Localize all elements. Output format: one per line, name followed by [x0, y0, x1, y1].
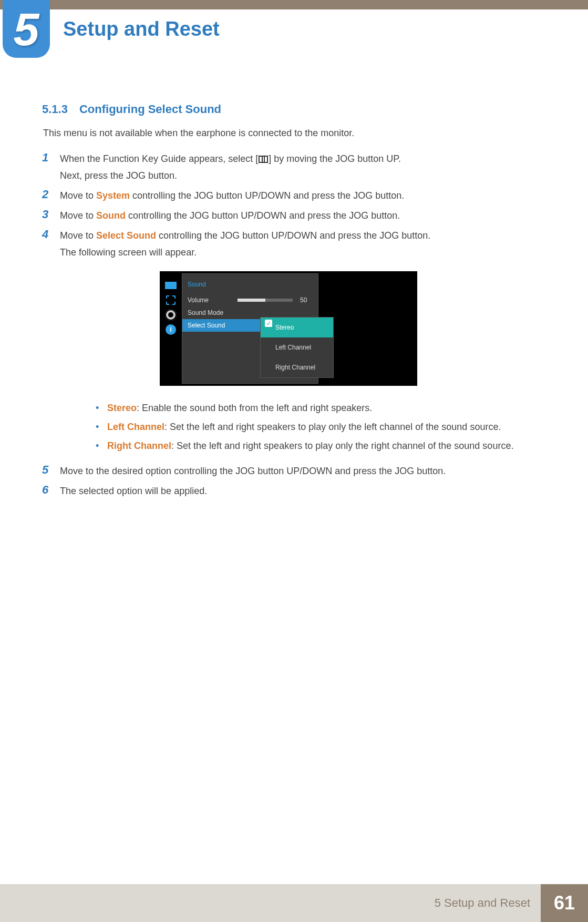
osd-figure: i Sound Volume 50 Sound Mode S [160, 271, 417, 386]
gear-icon [165, 310, 177, 320]
text: : Set the left and right speakers to pla… [164, 422, 501, 432]
highlight: Sound [96, 210, 126, 221]
step-body: Move to Select Sound controlling the JOG… [60, 228, 513, 458]
footer-section-label: 5 Setup and Reset [435, 896, 530, 910]
step-3: 3 Move to Sound controlling the JOG butt… [42, 208, 546, 223]
text: : Enable the sound both from the left an… [137, 403, 372, 413]
highlight: Select Sound [96, 230, 156, 241]
step-body: When the Function Key Guide appears, sel… [60, 151, 401, 183]
text: : Set the left and right speakers to pla… [171, 440, 513, 451]
submenu-right: Right Channel [261, 357, 333, 377]
chapter-tab: 5 [3, 0, 50, 58]
info-icon: i [165, 325, 177, 334]
step-number: 4 [42, 228, 60, 458]
option-left-channel: Left Channel: Set the left and right spe… [91, 419, 513, 434]
step-1: 1 When the Function Key Guide appears, s… [42, 151, 546, 183]
text: Next, press the JOG button. [60, 168, 401, 183]
monitor-icon [165, 281, 177, 290]
section-heading: 5.1.3Configuring Select Sound [42, 103, 546, 116]
steps-list: 1 When the Function Key Guide appears, s… [42, 151, 546, 498]
text: Move to [60, 210, 96, 221]
step-number: 3 [42, 208, 60, 223]
text: Move to [60, 190, 96, 201]
section-title: Configuring Select Sound [79, 103, 221, 116]
volume-bar [238, 299, 293, 302]
highlight: Right Channel [107, 440, 171, 451]
text: Move to [60, 230, 96, 241]
page-footer: 5 Setup and Reset 61 [0, 884, 588, 922]
step-body: The selected option will be applied. [60, 484, 207, 498]
text: controlling the JOG button UP/DOWN and p… [126, 210, 400, 221]
highlight: System [96, 190, 130, 201]
page-number: 61 [554, 892, 575, 914]
submenu-stereo: Stereo [261, 317, 333, 337]
volume-value: 50 [300, 293, 307, 308]
submenu-left: Left Channel [261, 337, 333, 357]
step-4: 4 Move to Select Sound controlling the J… [42, 228, 546, 458]
top-border-bar [0, 0, 588, 9]
step-5: 5 Move to the desired option controlling… [42, 464, 546, 478]
chapter-title: Setup and Reset [63, 18, 220, 40]
step-number: 6 [42, 484, 60, 498]
step-number: 1 [42, 151, 60, 183]
intro-text: This menu is not available when the earp… [43, 128, 546, 139]
text: The following screen will appear. [60, 245, 513, 260]
page-content: 5.1.3Configuring Select Sound This menu … [42, 103, 546, 504]
option-stereo: Stereo: Enable the sound both from the l… [91, 401, 513, 415]
step-number: 5 [42, 464, 60, 478]
osd-submenu: Stereo Left Channel Right Channel [260, 317, 334, 378]
text: ] by moving the JOG button UP. [269, 153, 401, 164]
target-icon [165, 295, 177, 305]
footer-left: 5 Setup and Reset [0, 884, 541, 922]
step-body: Move to Sound controlling the JOG button… [60, 208, 400, 223]
step-body: Move to the desired option controlling t… [60, 464, 446, 478]
menu-icon [259, 156, 268, 163]
highlight: Left Channel [107, 422, 164, 432]
osd-sidebar: i [160, 271, 182, 386]
step-number: 2 [42, 188, 60, 203]
highlight: Stereo [107, 403, 137, 413]
osd-panel: Sound Volume 50 Sound Mode Select Sound [182, 273, 318, 384]
text: When the Function Key Guide appears, sel… [60, 153, 258, 164]
label: Select Sound [188, 318, 238, 333]
osd-menu-title: Sound [182, 274, 318, 294]
chapter-number: 5 [14, 3, 39, 56]
text: controlling the JOG button UP/DOWN and p… [130, 190, 404, 201]
section-number: 5.1.3 [42, 103, 68, 116]
text: controlling the JOG button UP/DOWN and p… [156, 230, 430, 241]
osd-row-volume: Volume 50 [182, 294, 318, 306]
option-right-channel: Right Channel: Set the left and right sp… [91, 438, 513, 453]
step-2: 2 Move to System controlling the JOG but… [42, 188, 546, 203]
step-6: 6 The selected option will be applied. [42, 484, 546, 498]
option-list: Stereo: Enable the sound both from the l… [91, 401, 513, 453]
step-body: Move to System controlling the JOG butto… [60, 188, 404, 203]
footer-right: 61 [541, 884, 588, 922]
